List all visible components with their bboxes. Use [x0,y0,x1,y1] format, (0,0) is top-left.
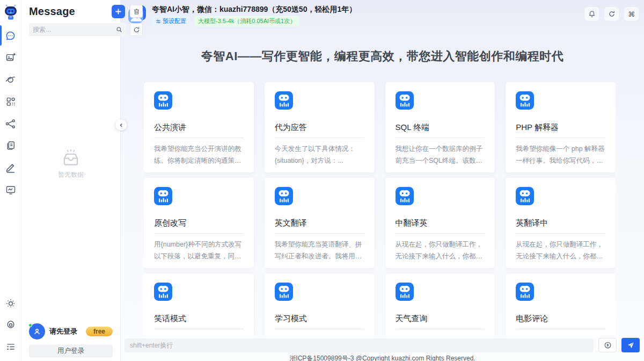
prompt-card[interactable]: 公共演讲 我希望你能充当公开演讲的教练。你将制定清晰的沟通策略，提供关于... [144,82,254,172]
online-dot [28,323,32,327]
collapse-panel-button[interactable] [115,119,127,131]
delete-chats-button[interactable] [130,5,143,18]
robot-card-icon [275,91,293,110]
robot-card-icon [154,91,172,110]
conversation-panel: Message [21,0,121,361]
card-desc: 我希望你能充当公开演讲的教练。你将制定清晰的沟通策略，提供关于... [154,143,244,167]
command-icon: ⌘ [628,11,635,18]
prompt-card[interactable]: 英翻译中 从现在起，你只做翻译工作，无论接下来输入什么，你都要将它翻译成... [506,178,616,268]
card-title: 中翻译英 [396,218,485,234]
prompt-card[interactable]: 英文翻译 我希望你能充当英语翻译、拼写纠正者和改进者。我将用任何语言与你... [265,178,375,268]
robot-card-icon [516,187,534,205]
robot-card-icon [516,283,534,301]
prompt-card[interactable]: SQL 终端 我想让你在一个数据库的例子前充当一个SQL终端。该数据库包含名..… [385,82,495,172]
free-badge: free [86,327,113,336]
documents-icon [5,140,16,151]
rail-item-apps[interactable] [5,96,17,107]
icp-footer: 浙ICP备15009899号-3 @Copyright kuazhi.com R… [121,354,644,361]
preset-config-tag[interactable]: 预设配置 [152,16,190,26]
chat-title: 夸智AI小智，微信：kuazhi778899（充50送50，轻松用1年） [152,4,356,14]
empty-state-text: 暂无数据 [58,170,84,179]
card-desc: 从现在起，你只做翻译工作，无论接下来输入什么，你都要将它翻译成... [396,239,485,263]
rail-item-settings[interactable] [5,319,17,331]
card-desc: 用{number}种不同的方式改写以下段落，以避免重复，同时保持其含... [154,239,244,263]
credits-icon [604,341,612,349]
card-title: 原创改写 [154,218,244,234]
rail-item-write[interactable] [5,162,17,174]
card-desc: 今天发生了以下具体情况：{situation}，对方说：... [275,143,364,167]
card-desc: 从现在起，你只做翻译工作，无论接下来输入什么，你都要将它翻译成... [516,239,605,263]
rail-bottom [5,298,17,352]
list-menu-icon [5,341,16,352]
card-title: 电影评论 [516,314,605,329]
user-row: 请先登录 free [21,319,120,343]
rail-item-stats[interactable] [5,184,17,196]
credits-button[interactable] [598,338,617,352]
send-button[interactable] [621,338,640,352]
robot-card-icon [396,187,414,205]
image-plus-icon [5,52,16,63]
rail-item-image[interactable] [5,52,17,63]
message-input[interactable] [125,338,594,352]
login-button[interactable]: 用户登录 [29,345,113,357]
sync-icon [133,26,140,33]
chevron-left-icon [119,123,123,127]
model-tag[interactable]: 大模型-3.5-4k（消耗0.05AI币或1次） [194,16,299,26]
card-title: 学习模式 [275,314,364,329]
card-title: 笑话模式 [154,314,244,329]
card-desc: 我希望你能像一个 php 解释器一样行事。我给你写代码，你就用 php... [516,143,605,167]
trash-icon [133,8,140,15]
robot-card-icon [396,283,414,301]
card-title: 代为应答 [275,122,364,138]
search-icon [116,26,122,33]
rail-item-menu[interactable] [5,341,17,352]
rail-item-share[interactable] [5,118,17,129]
rail-item-theme[interactable] [5,298,17,309]
card-title: SQL 终端 [396,122,485,138]
refresh-icon [608,10,616,18]
hero-heading: 夸智AI——写作更智能，编程更高效，带您进入智能创作和编程时代 [121,48,644,64]
robot-card-icon [154,283,172,301]
robot-card-icon [516,91,534,110]
bell-icon [588,10,596,18]
card-title: 天气查询 [396,314,485,329]
robot-card-icon [275,187,293,205]
prompt-card[interactable]: 中翻译英 从现在起，你只做翻译工作，无论接下来输入什么，你都要将它翻译成... [385,178,495,268]
prompt-card[interactable]: 原创改写 用{number}种不同的方式改写以下段落，以避免重复，同时保持其含.… [144,178,254,268]
conversation-list: 暂无数据 [21,36,120,319]
pencil-icon [5,162,16,174]
main-area: 夸智AI小智，微信：kuazhi778899（充50送50，轻松用1年） 预设配… [121,0,644,361]
rail-nav [5,30,17,196]
planet-icon [5,74,16,85]
shortcuts-button[interactable]: ⌘ [624,7,639,21]
chat-header: 夸智AI小智，微信：kuazhi778899（充50送50，轻松用1年） 预设配… [121,0,644,26]
new-chat-button[interactable] [112,5,125,18]
sun-icon [5,298,16,309]
chat-bubble-icon [5,30,16,41]
icon-rail [0,0,21,361]
refresh-list-button[interactable] [130,23,143,36]
user-avatar[interactable] [29,323,45,340]
login-prompt: 请先登录 [49,327,86,336]
preset-config-icon [156,19,161,24]
prompt-card[interactable]: PHP 解释器 我希望你能像一个 php 解释器一样行事。我给你写代码，你就用 … [506,82,616,172]
card-title: 公共演讲 [154,122,244,138]
card-title: 英文翻译 [275,218,364,234]
notifications-button[interactable] [584,7,599,21]
robot-card-icon [396,91,414,110]
card-title: 英翻译中 [516,218,605,234]
card-desc: 我希望你能充当英语翻译、拼写纠正者和改进者。我将用任何语言与你... [275,239,364,263]
gear-icon [5,320,16,330]
refresh-chat-button[interactable] [604,7,619,21]
send-plane-icon [627,341,635,349]
rail-item-documents[interactable] [5,140,17,151]
search-input[interactable] [33,26,116,33]
prompt-card-grid: 公共演讲 我希望你能充当公开演讲的教练。你将制定清晰的沟通策略，提供关于... … [144,82,616,361]
card-desc: 我想让你在一个数据库的例子前充当一个SQL终端。该数据库包含名... [396,143,485,167]
rail-item-explore[interactable] [5,74,17,85]
search-box [29,23,126,36]
chart-monitor-icon [5,184,16,195]
empty-state: 暂无数据 [58,148,84,179]
prompt-card[interactable]: 代为应答 今天发生了以下具体情况：{situation}，对方说：... [265,82,375,172]
rail-item-chat[interactable] [5,30,17,41]
